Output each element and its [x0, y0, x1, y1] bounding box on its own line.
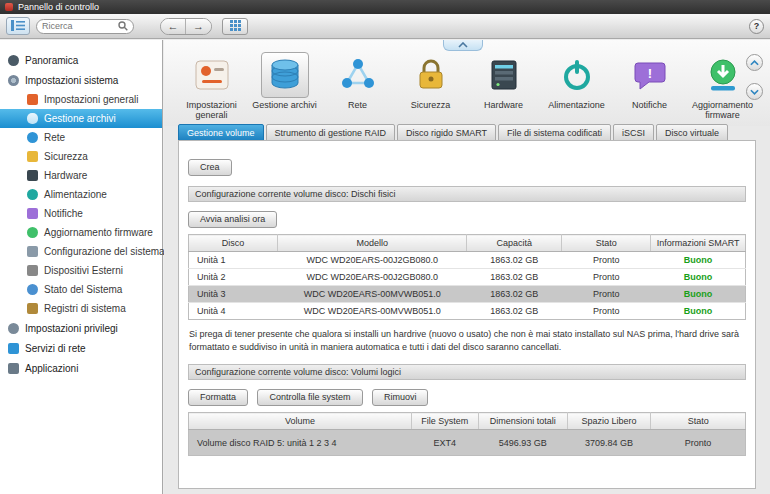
category-alimentazione[interactable]: Alimentazione: [543, 52, 610, 121]
firmware-update-icon: [703, 55, 743, 95]
table-header-row: Volume File System Dimensioni totali Spa…: [189, 413, 746, 430]
sidebar-item-stato-del-sistema[interactable]: Stato del Sistema: [0, 280, 162, 299]
sidebar-item-sicurezza[interactable]: Sicurezza: [0, 147, 162, 166]
sidebar-item-configurazione-del-sistema[interactable]: Configurazione del sistema: [0, 242, 162, 261]
volume-file-system: EXT4: [411, 430, 478, 456]
category-hardware[interactable]: Hardware: [470, 52, 537, 121]
sidebar-item-label: Panoramica: [25, 55, 78, 66]
sidebar-item-label: Impostazioni generali: [44, 94, 139, 105]
power-icon: [557, 55, 597, 95]
column-header-disco[interactable]: Disco: [189, 235, 278, 252]
sidebar-item-applicazioni[interactable]: Applicazioni: [0, 359, 162, 378]
sidebar-item-panoramica[interactable]: Panoramica: [0, 51, 162, 70]
format-button[interactable]: Formatta: [188, 389, 248, 406]
lock-icon: [27, 151, 38, 162]
history-navigation: ← →: [160, 18, 212, 35]
tab-disco-rigido-smart[interactable]: Disco rigido SMART: [397, 124, 496, 141]
column-header-file-system[interactable]: File System: [411, 413, 478, 430]
remove-button[interactable]: Rimuovi: [372, 389, 429, 406]
sidebar-item-alimentazione[interactable]: Alimentazione: [0, 185, 162, 204]
collapse-strip-button[interactable]: [443, 40, 483, 51]
scroll-down-button[interactable]: [746, 83, 763, 100]
category-rete[interactable]: Rete: [324, 52, 391, 121]
tab-gestione-volume[interactable]: Gestione volume: [178, 124, 264, 141]
category-gestione-archivi[interactable]: Gestione archivi: [251, 52, 318, 121]
volume-total-size: 5496.93 GB: [478, 430, 567, 456]
category-notifiche[interactable]: ! Notifiche: [616, 52, 683, 121]
sidebar-item-impostazioni-generali[interactable]: Impostazioni generali: [0, 90, 162, 109]
create-button[interactable]: Crea: [188, 159, 232, 176]
tab-disco-virtuale[interactable]: Disco virtuale: [656, 124, 728, 141]
scroll-up-button[interactable]: [746, 54, 763, 71]
column-header-spazio-libero[interactable]: Spazio Libero: [567, 413, 651, 430]
table-row-selected[interactable]: Unità 3 WDC WD20EARS-00MVWB051.0 1863.02…: [189, 286, 746, 303]
back-button[interactable]: ←: [161, 19, 186, 34]
sidebar-item-hardware[interactable]: Hardware: [0, 166, 162, 185]
sidebar-item-label: Applicazioni: [25, 363, 78, 374]
volume-name: Volume disco RAID 5: unità 1 2 3 4: [189, 430, 412, 456]
sidebar-item-gestione-archivi[interactable]: Gestione archivi: [0, 109, 162, 128]
sidebar-item-dispositivi-esterni[interactable]: Dispositivi Esterni: [0, 261, 162, 280]
column-header-capacita[interactable]: Capacità: [467, 235, 562, 252]
column-header-stato[interactable]: Stato: [651, 413, 746, 430]
help-button[interactable]: ?: [749, 19, 764, 34]
table-row-selected[interactable]: Volume disco RAID 5: unità 1 2 3 4 EXT4 …: [189, 430, 746, 456]
disk-smart-status: Buono: [651, 303, 746, 320]
sidebar-item-impostazioni-privilegi[interactable]: Impostazioni privilegi: [0, 319, 162, 338]
disk-status: Pronto: [562, 252, 651, 269]
firmware-update-icon: [27, 227, 38, 238]
column-header-volume[interactable]: Volume: [189, 413, 412, 430]
window-titlebar: Pannello di controllo: [0, 0, 770, 14]
tab-file-sistema-codificati[interactable]: File di sistema codificati: [498, 124, 611, 141]
grid-icon: [230, 17, 241, 35]
overview-icon: [8, 55, 19, 66]
power-icon: [27, 189, 38, 200]
main-content: Impostazioni generali Gestione archivi R…: [164, 40, 770, 494]
chevron-up-icon: [458, 42, 468, 48]
category-impostazioni-generali[interactable]: Impostazioni generali: [178, 52, 245, 121]
system-status-icon: [27, 284, 38, 295]
column-header-smart[interactable]: Informazioni SMART: [651, 235, 746, 252]
category-label: Sicurezza: [411, 100, 451, 110]
apps-view-button[interactable]: [222, 18, 248, 35]
table-row[interactable]: Unità 1 WDC WD20EARS-00J2GB080.0 1863.02…: [189, 252, 746, 269]
disk-name: Unità 1: [189, 252, 278, 269]
search-input[interactable]: [42, 21, 118, 31]
hardware-icon: [484, 55, 524, 95]
column-header-modello[interactable]: Modello: [278, 235, 467, 252]
sidebar-toggle-button[interactable]: [6, 17, 30, 35]
sidebar-item-aggiornamento-firmware[interactable]: Aggiornamento firmware: [0, 223, 162, 242]
column-header-dimensioni-totali[interactable]: Dimensioni totali: [478, 413, 567, 430]
sidebar-item-impostazioni-sistema[interactable]: Impostazioni sistema: [0, 71, 162, 90]
network-services-icon: [8, 343, 19, 354]
disk-model: WDC WD20EARS-00MVWB051.0: [278, 303, 467, 320]
table-row[interactable]: Unità 2 WDC WD20EARS-00J2GB080.0 1863.02…: [189, 269, 746, 286]
volume-free-space: 3709.84 GB: [567, 430, 651, 456]
column-header-stato[interactable]: Stato: [562, 235, 651, 252]
logical-volumes-section-header: Configurazione corrente volume disco: Vo…: [188, 364, 746, 380]
table-row[interactable]: Unità 4 WDC WD20EARS-00MVWB051.0 1863.02…: [189, 303, 746, 320]
notification-icon: [27, 208, 38, 219]
help-icon: ?: [754, 21, 760, 31]
disk-model: WDC WD20EARS-00MVWB051.0: [278, 286, 467, 303]
sidebar-item-servizi-di-rete[interactable]: Servizi di rete: [0, 339, 162, 358]
start-scan-button[interactable]: Avvia analisi ora: [188, 211, 277, 228]
search-icon[interactable]: [118, 17, 128, 35]
disk-name: Unità 3: [189, 286, 278, 303]
general-settings-icon: [27, 94, 38, 105]
category-sicurezza[interactable]: Sicurezza: [397, 52, 464, 121]
network-icon: [338, 55, 378, 95]
disk-capacity: 1863.02 GB: [467, 303, 562, 320]
sidebar-item-registri-di-sistema[interactable]: Registri di sistema: [0, 299, 162, 318]
tab-iscsi[interactable]: iSCSI: [613, 124, 654, 141]
tab-strumento-gestione-raid[interactable]: Strumento di gestione RAID: [266, 124, 396, 141]
check-file-system-button[interactable]: Controlla file system: [257, 389, 362, 406]
forward-button[interactable]: →: [186, 19, 211, 34]
disk-name: Unità 4: [189, 303, 278, 320]
category-label: Impostazioni generali: [178, 100, 245, 121]
window-title: Pannello di controllo: [18, 2, 99, 12]
security-lock-icon: [411, 55, 451, 95]
sidebar-item-notifiche[interactable]: Notifiche: [0, 204, 162, 223]
sidebar-item-rete[interactable]: Rete: [0, 128, 162, 147]
sidebar-item-label: Dispositivi Esterni: [44, 265, 123, 276]
